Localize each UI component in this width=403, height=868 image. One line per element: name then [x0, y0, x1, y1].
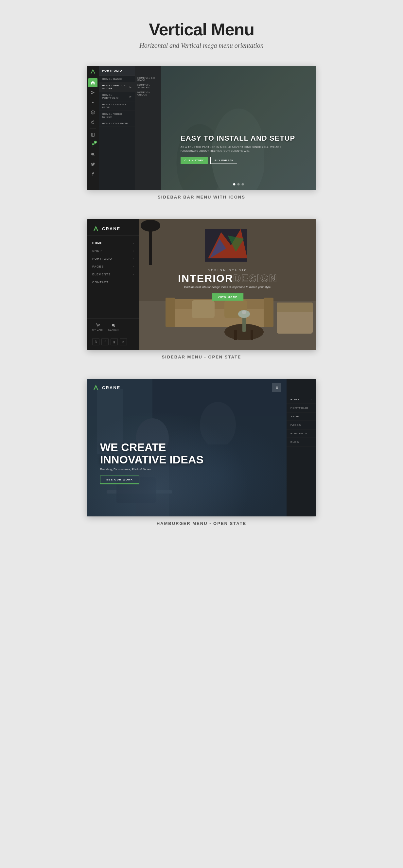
demo1-hero: EASY TO INSTALL AND SETUP AS A TRUSTED P…: [161, 66, 316, 190]
demo3-hero-title: WE CREATE INNOVATIVE IDEAS: [100, 441, 204, 466]
demo2-hero-content: DESIGN STUDIO INTERIORDESIGN Find the be…: [178, 269, 277, 301]
instagram-social-btn[interactable]: ✉: [120, 338, 127, 345]
demo3-content: WE CREATE INNOVATIVE IDEAS Branding, E-c…: [100, 441, 204, 484]
demo3-menu-pages[interactable]: PAGES: [286, 421, 316, 429]
menu-item-basic[interactable]: HOME / BASIC: [99, 76, 135, 83]
sidebar-logo-area: CRANE: [87, 219, 140, 236]
nav-icon-book[interactable]: [88, 130, 97, 139]
demo3-hero-subtitle: Branding, E-commerce, Photo & Video.: [100, 468, 204, 471]
sidebar-nav-shop[interactable]: SHOP ›: [87, 247, 140, 255]
demo3-menu-blog[interactable]: BLOG: [286, 438, 316, 446]
sidebar-social: 𝕏 f g ✉: [87, 336, 140, 350]
svg-point-10: [97, 327, 98, 328]
sidebar-dark: CRANE HOME › SHOP › PORTFOLIO ›: [87, 219, 140, 350]
portfolio-header: PORTFOLIO: [99, 66, 135, 76]
demo3-logo-icon: [92, 384, 99, 391]
submenu-panel: HOME V1 / BIG IMAGE HOME V2 / VIDEO BG H…: [135, 66, 161, 190]
demo2-label: SIDEBAR MENU - OPEN STATE: [87, 354, 316, 360]
sidebar-nav-pages[interactable]: PAGES ›: [87, 262, 140, 271]
history-button[interactable]: OUR HISTORY: [181, 157, 208, 164]
svg-point-0: [92, 102, 94, 103]
demo1-section: 1 PORTFOLIO HOME / BASIC HO: [87, 66, 316, 199]
studio-label: DESIGN STUDIO: [178, 269, 277, 272]
hero-background: [161, 66, 316, 190]
icon-sidebar-divider: [90, 128, 96, 129]
nav-icon-layers[interactable]: [88, 107, 97, 117]
twitter-social-btn[interactable]: 𝕏: [92, 338, 99, 345]
demo2-hero-subtitle: Find the best interior design ideas & in…: [178, 285, 277, 289]
nav-icon-twitter[interactable]: [88, 160, 97, 169]
nav-icon-fire[interactable]: [88, 117, 97, 127]
menu-item-landing[interactable]: HOME / LANDING PAGE: [99, 101, 135, 111]
svg-point-11: [99, 327, 99, 328]
page-subtitle: Horizontal and Vertical mega menu orient…: [140, 42, 263, 50]
sidebar-nav-portfolio[interactable]: PORTFOLIO ›: [87, 255, 140, 262]
demo3-menu-portfolio[interactable]: PORTFOLIO: [286, 404, 316, 412]
demo3-top-bar: CRANE ≡: [87, 379, 286, 396]
crane-logo-icon: [90, 68, 96, 75]
demo3-menu-panel: HOME ‹ PORTFOLIO SHOP PAGES ELEMENTS BLO…: [286, 379, 316, 517]
svg-rect-9: [161, 66, 316, 190]
menu-item-video[interactable]: HOME / VIDEO SLIDER: [99, 111, 135, 120]
demo2-hero: DESIGN STUDIO INTERIORDESIGN Find the be…: [140, 219, 316, 350]
nav-icon-home[interactable]: [88, 78, 97, 87]
demo2-hero-title: INTERIORDESIGN: [178, 273, 277, 284]
svg-point-3: [94, 146, 95, 147]
demo3-menu-home[interactable]: HOME ‹: [286, 395, 316, 404]
demo3-logo: CRANE: [92, 384, 120, 391]
svg-point-2: [92, 146, 93, 147]
nav-icon-cart[interactable]: 1: [88, 140, 97, 149]
demo3-label: HAMBURGER MENU - OPEN STATE: [87, 521, 316, 526]
menu-item-vertical-slider[interactable]: HOME / VERTICAL SLIDER ▶: [99, 83, 135, 92]
sidebar-nav-elements[interactable]: ELEMENTS ›: [87, 271, 140, 278]
buy-button[interactable]: BUY FOR $59: [210, 157, 237, 164]
dot-3[interactable]: [242, 183, 244, 185]
page-wrapper: Vertical Menu Horizontal and Vertical me…: [0, 0, 403, 552]
sidebar-footer: MY CART SEARCH: [87, 318, 140, 336]
dot-2[interactable]: [238, 183, 240, 185]
hamburger-button[interactable]: ≡: [272, 383, 281, 392]
submenu-video-bg[interactable]: HOME V2 / VIDEO BG: [135, 83, 161, 90]
nav-icon-facebook[interactable]: [88, 169, 97, 179]
demo3-frame: CRANE ≡ WE CREATE INNOVATIVE IDEAS Brand…: [87, 379, 316, 517]
crane-logo-svg: [92, 225, 99, 232]
svg-point-12: [112, 324, 114, 327]
submenu-big-image[interactable]: HOME V1 / BIG IMAGE: [135, 75, 161, 83]
dropdown-panel: PORTFOLIO HOME / BASIC HOME / VERTICAL S…: [99, 66, 135, 190]
dot-1[interactable]: [233, 183, 236, 185]
sidebar-nav-home[interactable]: HOME ›: [87, 239, 140, 247]
demo3-logo-text: CRANE: [102, 385, 120, 390]
hero-buttons: OUR HISTORY BUY FOR $59: [181, 157, 295, 164]
demo1-frame: 1 PORTFOLIO HOME / BASIC HO: [87, 66, 316, 190]
menu-item-one-page[interactable]: HOME / ONE PAGE: [99, 120, 135, 127]
hero-description: AS A TRUSTED PARTNER IN MOBILE ADVERTISI…: [181, 145, 295, 153]
nav-icon-send[interactable]: [88, 88, 97, 97]
search-icon: [111, 323, 116, 328]
cart-icon-area[interactable]: MY CART: [92, 323, 104, 331]
sidebar-nav-contact[interactable]: CONTACT: [87, 278, 140, 286]
menu-item-portfolio[interactable]: HOME / PORTFOLIO ▶: [99, 92, 135, 101]
page-title: Vertical Menu: [149, 20, 254, 39]
demo2-hero-title-outline: DESIGN: [233, 273, 277, 284]
submenu-unique[interactable]: HOME V3 / UNIQUE: [135, 90, 161, 97]
demo1-label: SIDEBAR BAR MENU WITH ICONS: [87, 195, 316, 199]
icon-sidebar: 1: [87, 66, 99, 190]
see-our-work-button[interactable]: SEE OUR WORK: [100, 475, 140, 484]
nav-icon-settings[interactable]: [88, 98, 97, 107]
demo2-logo-text: CRANE: [102, 226, 120, 231]
search-icon-area[interactable]: SEARCH: [108, 323, 119, 331]
demo3-section: CRANE ≡ WE CREATE INNOVATIVE IDEAS Brand…: [87, 379, 316, 526]
cart-icon: [95, 323, 100, 328]
demo2-frame: CRANE HOME › SHOP › PORTFOLIO ›: [87, 219, 316, 350]
gplus-social-btn[interactable]: g: [111, 338, 118, 345]
sidebar-nav: HOME › SHOP › PORTFOLIO › PAGES ›: [87, 236, 140, 318]
demo3-menu-elements[interactable]: ELEMENTS: [286, 429, 316, 438]
facebook-social-btn[interactable]: f: [101, 338, 108, 345]
demo3-menu-shop[interactable]: SHOP: [286, 412, 316, 421]
hero-content: EASY TO INSTALL AND SETUP AS A TRUSTED P…: [181, 134, 295, 164]
view-more-button[interactable]: VIEW MORE: [212, 293, 243, 301]
nav-icon-search[interactable]: [88, 150, 97, 159]
hero-title: EASY TO INSTALL AND SETUP: [181, 134, 295, 143]
svg-point-4: [92, 153, 94, 155]
slider-dots: [233, 183, 244, 185]
